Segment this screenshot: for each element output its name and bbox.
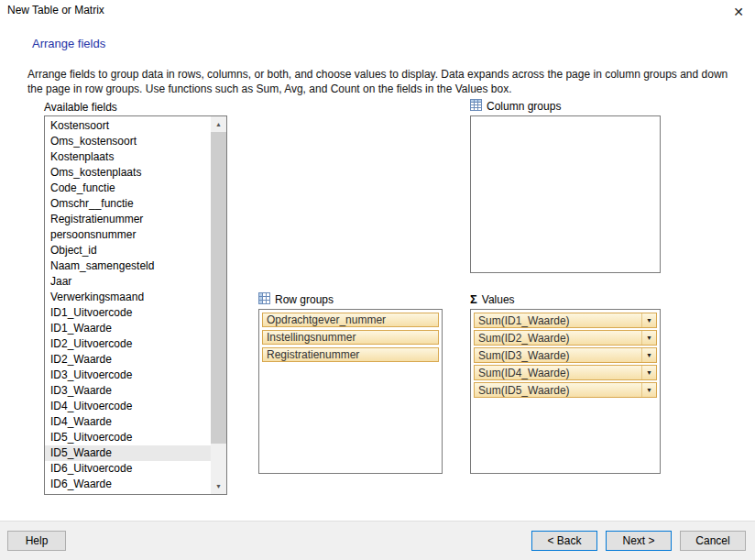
- window-title: New Table or Matrix: [7, 4, 104, 16]
- value-item-label: Sum(ID4_Waarde): [478, 367, 570, 379]
- dropdown-arrow-icon[interactable]: ▼: [641, 348, 656, 362]
- row-group-item[interactable]: Registratienummer: [262, 347, 439, 362]
- available-field-item[interactable]: ID1_Uitvoercode: [45, 305, 211, 321]
- scroll-up-icon[interactable]: ▲: [211, 116, 226, 132]
- available-field-item[interactable]: ID4_Waarde: [45, 414, 211, 430]
- available-field-item[interactable]: Oms_kostenplaats: [45, 165, 211, 181]
- available-field-item[interactable]: ID1_Waarde: [45, 321, 211, 336]
- column-groups-icon: [470, 99, 482, 114]
- dropdown-arrow-icon[interactable]: ▼: [641, 383, 656, 397]
- available-field-item[interactable]: Naam_samengesteld: [45, 258, 211, 274]
- available-fields-label: Available fields: [44, 101, 117, 114]
- value-item-label: Sum(ID3_Waarde): [478, 349, 570, 362]
- available-field-item[interactable]: Oms_kostensoort: [45, 134, 211, 149]
- available-field-item[interactable]: ID6_Waarde: [45, 477, 211, 492]
- available-field-item[interactable]: Registratienummer: [45, 212, 211, 227]
- available-field-item[interactable]: ID5_Waarde: [45, 445, 211, 461]
- available-field-item[interactable]: Kostensoort: [45, 118, 211, 134]
- row-group-item[interactable]: Instellingsnummer: [262, 330, 439, 345]
- value-item[interactable]: Sum(ID3_Waarde) ▼: [474, 347, 657, 363]
- available-field-item[interactable]: persoonsnummer: [45, 227, 211, 243]
- available-field-item[interactable]: Verwerkingsmaand: [45, 290, 211, 305]
- scrollbar-thumb[interactable]: [211, 132, 226, 444]
- close-icon[interactable]: ✕: [728, 2, 750, 22]
- help-button[interactable]: Help: [7, 531, 66, 551]
- dropdown-arrow-icon[interactable]: ▼: [641, 331, 656, 345]
- row-groups-icon: [258, 292, 270, 307]
- row-groups-label: Row groups: [275, 293, 334, 306]
- available-field-item[interactable]: ID5_Uitvoercode: [45, 430, 211, 445]
- value-item[interactable]: Sum(ID2_Waarde) ▼: [474, 330, 657, 346]
- value-item-label: Sum(ID2_Waarde): [478, 332, 570, 345]
- available-field-item[interactable]: Code_functie: [45, 181, 211, 196]
- available-field-item[interactable]: ID3_Uitvoercode: [45, 368, 211, 383]
- description-text: Arrange fields to group data in rows, co…: [27, 68, 733, 96]
- value-item-label: Sum(ID5_Waarde): [478, 384, 570, 397]
- available-field-item[interactable]: Object_id: [45, 243, 211, 258]
- available-field-item[interactable]: ID2_Waarde: [45, 352, 211, 368]
- dropdown-arrow-icon[interactable]: ▼: [641, 313, 656, 327]
- value-item[interactable]: Sum(ID5_Waarde) ▼: [474, 382, 657, 398]
- sigma-icon: Σ: [470, 293, 477, 305]
- available-field-item[interactable]: ID3_Waarde: [45, 383, 211, 399]
- available-fields-list: Kostensoort Oms_kostensoort Kostenplaats…: [45, 118, 211, 494]
- cancel-button[interactable]: Cancel: [680, 531, 746, 551]
- available-fields-listbox: Kostensoort Oms_kostensoort Kostenplaats…: [44, 115, 227, 495]
- available-field-item[interactable]: Kostenplaats: [45, 149, 211, 165]
- column-groups-label: Column groups: [487, 100, 561, 113]
- value-item[interactable]: Sum(ID1_Waarde) ▼: [474, 313, 657, 328]
- dropdown-arrow-icon[interactable]: ▼: [641, 366, 656, 379]
- available-field-item[interactable]: ID4_Uitvoercode: [45, 399, 211, 414]
- column-groups-header: Column groups: [470, 99, 561, 113]
- back-button[interactable]: < Back: [531, 531, 597, 551]
- row-groups-header: Row groups: [258, 292, 334, 306]
- column-groups-box[interactable]: [470, 115, 661, 273]
- new-table-or-matrix-dialog: New Table or Matrix ✕ Arrange fields Arr…: [0, 0, 755, 560]
- values-label: Values: [482, 293, 515, 306]
- row-group-item[interactable]: Opdrachtgever_nummer: [262, 313, 439, 327]
- values-header: Σ Values: [470, 292, 515, 306]
- next-button[interactable]: Next >: [606, 531, 672, 551]
- page-title: Arrange fields: [32, 37, 105, 50]
- value-item-label: Sum(ID1_Waarde): [478, 314, 570, 327]
- row-groups-box[interactable]: Opdrachtgever_nummer Instellingsnummer R…: [258, 309, 443, 474]
- values-box[interactable]: Sum(ID1_Waarde) ▼ Sum(ID2_Waarde) ▼ Sum(…: [470, 309, 661, 474]
- available-field-item[interactable]: ID6_Uitvoercode: [45, 461, 211, 477]
- available-field-item[interactable]: ID2_Uitvoercode: [45, 336, 211, 352]
- scroll-down-icon[interactable]: ▼: [211, 478, 226, 494]
- available-field-item[interactable]: Jaar: [45, 274, 211, 290]
- available-field-item[interactable]: Omschr__functie: [45, 196, 211, 212]
- available-fields-scrollbar[interactable]: ▲ ▼: [211, 116, 226, 494]
- value-item[interactable]: Sum(ID4_Waarde) ▼: [474, 365, 657, 380]
